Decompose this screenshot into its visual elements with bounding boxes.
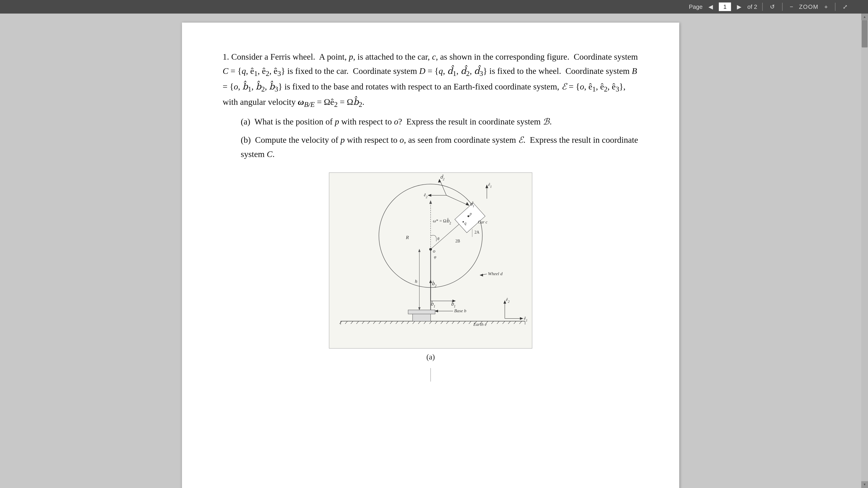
- scrollbar[interactable]: ▲ ▼: [861, 13, 868, 488]
- scroll-up-button[interactable]: ▲: [861, 13, 868, 20]
- page-number-input[interactable]: [719, 2, 731, 11]
- svg-rect-38: [408, 310, 435, 314]
- zoom-in-button[interactable]: +: [822, 2, 830, 11]
- svg-text:q: q: [464, 221, 466, 225]
- problem-number: 1.: [223, 52, 229, 61]
- part-b-text: (b) Compute the velocity of p with respe…: [241, 133, 639, 161]
- figure-box: o ω* = Ωb̂2 R h: [329, 172, 532, 349]
- svg-text:φ: φ: [434, 255, 436, 259]
- part-b: (b) Compute the velocity of p with respe…: [241, 133, 639, 161]
- page-of-label: of 2: [747, 3, 757, 10]
- zoom-label: ZOOM: [799, 3, 818, 10]
- problem-1: 1. Consider a Ferris wheel. A point, p, …: [223, 50, 639, 161]
- svg-text:Earth e: Earth e: [473, 322, 487, 327]
- scroll-thumb[interactable]: [862, 20, 868, 47]
- svg-text:2B: 2B: [455, 239, 460, 243]
- problem-1-paragraph: 1. Consider a Ferris wheel. A point, p, …: [223, 50, 639, 110]
- part-a: (a) What is the position of p with respe…: [241, 115, 639, 129]
- svg-text:θ: θ: [437, 237, 439, 241]
- diagram-svg: o ω* = Ωb̂2 R h: [329, 173, 532, 348]
- svg-text:Wheel d: Wheel d: [488, 271, 503, 276]
- next-page-button[interactable]: ▶: [735, 2, 744, 11]
- divider-1: [762, 3, 763, 11]
- divider-3: [835, 3, 835, 11]
- part-a-text: (a) What is the position of p with respe…: [241, 115, 639, 129]
- prev-page-button[interactable]: ◀: [706, 2, 715, 11]
- svg-text:o: o: [433, 248, 435, 254]
- svg-point-76: [463, 221, 464, 223]
- zoom-out-button[interactable]: −: [787, 2, 796, 11]
- svg-text:p: p: [469, 212, 472, 216]
- document-area: 1. Consider a Ferris wheel. A point, p, …: [0, 13, 861, 488]
- divider-2: [782, 3, 782, 11]
- svg-text:h: h: [415, 279, 417, 284]
- refresh-button[interactable]: ↺: [768, 2, 777, 11]
- svg-point-74: [467, 215, 469, 217]
- expand-button[interactable]: ⤢: [840, 2, 850, 11]
- svg-text:Base b: Base b: [454, 308, 466, 313]
- svg-text:2A: 2A: [474, 230, 479, 234]
- page: 1. Consider a Ferris wheel. A point, p, …: [182, 23, 679, 488]
- scroll-track[interactable]: [861, 20, 868, 481]
- figure-caption: (a): [426, 353, 435, 361]
- svg-text:Car c: Car c: [478, 220, 488, 224]
- toolbar: Page ◀ ▶ of 2 ↺ − ZOOM + ⤢: [0, 0, 868, 13]
- figure-container: o ω* = Ωb̂2 R h: [223, 172, 639, 361]
- scroll-down-button[interactable]: ▼: [861, 481, 868, 488]
- page-label: Page: [689, 3, 703, 10]
- svg-text:R: R: [406, 235, 409, 240]
